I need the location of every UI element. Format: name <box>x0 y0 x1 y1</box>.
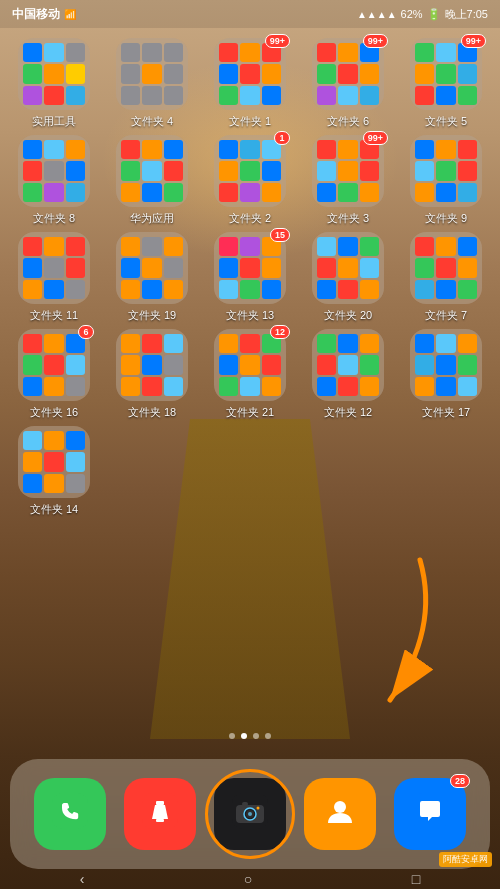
badge: 12 <box>270 325 290 339</box>
folder-文件夹 18[interactable]: 文件夹 18 <box>108 329 196 420</box>
mini-app-2 <box>164 334 183 353</box>
folder-文件夹 4[interactable]: 文件夹 4 <box>108 38 196 129</box>
mini-app-2 <box>164 43 183 62</box>
mini-app-0 <box>415 43 434 62</box>
folder-label: 文件夹 18 <box>128 405 176 420</box>
folder-文件夹 12[interactable]: 文件夹 12 <box>304 329 392 420</box>
mini-app-7 <box>436 86 455 105</box>
dock-app-flashlight[interactable] <box>124 778 196 850</box>
folder-label: 文件夹 12 <box>324 405 372 420</box>
mini-app-8 <box>458 280 477 299</box>
mini-app-5 <box>360 161 379 180</box>
home-button[interactable]: ○ <box>244 871 252 887</box>
dock-app-contacts[interactable] <box>304 778 376 850</box>
dock-app-phone[interactable] <box>34 778 106 850</box>
status-right: ▲▲▲▲ 62% 🔋 晚上7:05 <box>357 7 488 22</box>
camera-highlight-ring <box>205 769 295 859</box>
mini-app-7 <box>44 280 63 299</box>
folder-文件夹 16[interactable]: 6文件夹 16 <box>10 329 98 420</box>
mini-app-6 <box>23 86 42 105</box>
folder-文件夹 1[interactable]: 99+文件夹 1 <box>206 38 294 129</box>
recent-button[interactable]: □ <box>412 871 420 887</box>
mini-app-3 <box>23 64 42 83</box>
mini-app-7 <box>338 280 357 299</box>
folder-文件夹 13[interactable]: 15文件夹 13 <box>206 232 294 323</box>
mini-app-5 <box>262 258 281 277</box>
mini-app-1 <box>436 140 455 159</box>
time-display: 晚上7:05 <box>445 7 488 22</box>
folder-文件夹 9[interactable]: 文件夹 9 <box>402 135 490 226</box>
mini-app-4 <box>338 64 357 83</box>
mini-app-4 <box>436 64 455 83</box>
mini-app-8 <box>262 183 281 202</box>
mini-app-7 <box>44 474 63 493</box>
folder-文件夹 17[interactable]: 文件夹 17 <box>402 329 490 420</box>
mini-app-0 <box>23 334 42 353</box>
mini-app-0 <box>415 237 434 256</box>
folder-icon <box>410 232 482 304</box>
app-row-0: 实用工具文件夹 499+文件夹 199+文件夹 699+文件夹 5 <box>10 38 490 129</box>
carrier-name: 中国移动 <box>12 6 60 23</box>
app-row-2: 文件夹 11文件夹 1915文件夹 13文件夹 20文件夹 7 <box>10 232 490 323</box>
mini-app-8 <box>164 280 183 299</box>
mini-app-2 <box>66 237 85 256</box>
mini-app-4 <box>240 355 259 374</box>
mini-app-1 <box>240 334 259 353</box>
folder-文件夹 8[interactable]: 文件夹 8 <box>10 135 98 226</box>
mini-app-4 <box>142 161 161 180</box>
folder-文件夹 11[interactable]: 文件夹 11 <box>10 232 98 323</box>
dock-app-camera[interactable] <box>214 778 286 850</box>
mini-app-5 <box>66 355 85 374</box>
mini-app-0 <box>23 140 42 159</box>
mini-app-6 <box>23 377 42 396</box>
folder-实用工具[interactable]: 实用工具 <box>10 38 98 129</box>
folder-icon <box>116 232 188 304</box>
page-dot-3[interactable] <box>265 733 271 739</box>
mini-app-1 <box>44 43 63 62</box>
mini-app-3 <box>23 452 42 471</box>
mini-app-5 <box>66 64 85 83</box>
mini-app-8 <box>360 377 379 396</box>
mini-app-8 <box>66 474 85 493</box>
mini-app-7 <box>338 86 357 105</box>
mini-app-1 <box>240 43 259 62</box>
folder-label: 文件夹 3 <box>327 211 369 226</box>
folder-文件夹 19[interactable]: 文件夹 19 <box>108 232 196 323</box>
folder-文件夹 6[interactable]: 99+文件夹 6 <box>304 38 392 129</box>
folder-文件夹 2[interactable]: 1文件夹 2 <box>206 135 294 226</box>
mini-app-1 <box>44 237 63 256</box>
folder-文件夹 21[interactable]: 12文件夹 21 <box>206 329 294 420</box>
mini-app-7 <box>240 86 259 105</box>
folder-label: 文件夹 16 <box>30 405 78 420</box>
mini-app-0 <box>121 43 140 62</box>
page-dot-1[interactable] <box>241 733 247 739</box>
mini-app-4 <box>142 258 161 277</box>
mini-app-0 <box>219 334 238 353</box>
folder-文件夹 20[interactable]: 文件夹 20 <box>304 232 392 323</box>
mini-app-0 <box>121 334 140 353</box>
mini-app-6 <box>121 183 140 202</box>
mini-app-5 <box>458 161 477 180</box>
mini-app-0 <box>23 43 42 62</box>
contacts-icon <box>322 793 358 836</box>
page-dot-2[interactable] <box>253 733 259 739</box>
folder-icon: 1 <box>214 135 286 207</box>
mini-app-0 <box>415 140 434 159</box>
mini-app-0 <box>23 237 42 256</box>
folder-文件夹 14[interactable]: 文件夹 14 <box>10 426 98 517</box>
mini-app-0 <box>23 431 42 450</box>
folder-文件夹 7[interactable]: 文件夹 7 <box>402 232 490 323</box>
mini-app-3 <box>23 355 42 374</box>
folder-文件夹 5[interactable]: 99+文件夹 5 <box>402 38 490 129</box>
folder-华为应用[interactable]: 华为应用 <box>108 135 196 226</box>
mini-app-1 <box>338 140 357 159</box>
folder-文件夹 3[interactable]: 99+文件夹 3 <box>304 135 392 226</box>
folder-icon <box>18 426 90 498</box>
page-dot-0[interactable] <box>229 733 235 739</box>
mini-app-2 <box>458 140 477 159</box>
folder-icon <box>18 38 90 110</box>
mini-app-5 <box>66 452 85 471</box>
dock-app-messages[interactable]: 28 <box>394 778 466 850</box>
back-button[interactable]: ‹ <box>80 871 85 887</box>
mini-app-4 <box>338 258 357 277</box>
